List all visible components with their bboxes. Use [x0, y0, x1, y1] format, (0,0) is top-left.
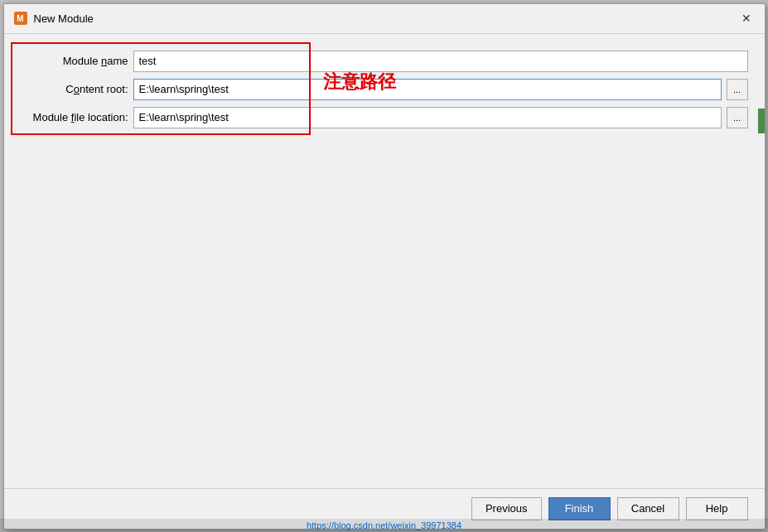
right-accent-bar[interactable] — [758, 109, 765, 133]
module-file-location-input[interactable] — [133, 107, 722, 128]
module-file-location-label: Module file location: — [21, 111, 128, 123]
cancel-button[interactable]: Cancel — [617, 497, 679, 520]
help-button[interactable]: Help — [686, 497, 748, 520]
finish-button[interactable]: Finish — [548, 497, 611, 520]
new-module-dialog: M New Module ✕ 注意路径 Module name Content … — [3, 3, 766, 530]
content-root-browse-button[interactable]: ... — [727, 79, 748, 100]
module-file-location-browse-button[interactable]: ... — [727, 107, 748, 128]
title-bar: M New Module ✕ — [4, 4, 765, 34]
dialog-title: New Module — [34, 12, 94, 25]
module-name-input[interactable] — [133, 51, 748, 72]
module-icon: M — [14, 12, 27, 25]
url-bar: https://blog.csdn.net/weixin_39971384 — [0, 519, 768, 532]
title-bar-left: M New Module — [14, 12, 94, 25]
content-root-label: Content root: — [21, 83, 128, 95]
annotation-text: 注意路径 — [323, 70, 396, 94]
previous-button[interactable]: Previous — [471, 497, 542, 520]
module-file-location-row: Module file location: ... — [21, 107, 748, 128]
dialog-body: 注意路径 Module name Content root: ... — [4, 34, 765, 488]
content-root-input[interactable] — [133, 79, 722, 100]
module-name-label: Module name — [21, 55, 128, 67]
close-button[interactable]: ✕ — [738, 10, 755, 27]
